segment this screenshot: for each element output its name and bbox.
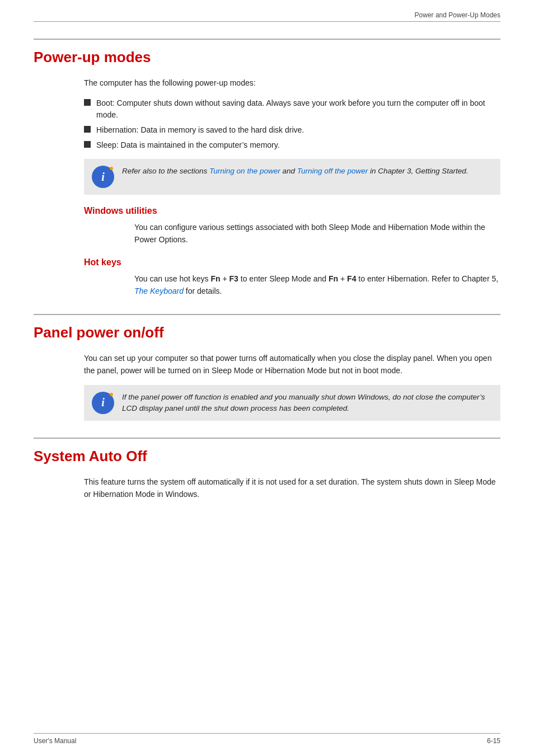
hotkey-f4: F4	[347, 274, 356, 283]
power-up-intro: The computer has the following power-up …	[84, 77, 500, 90]
infobox-link1[interactable]: Turning on the power	[209, 167, 280, 175]
subsection-windows-utilities: Windows utilities You can configure vari…	[34, 206, 500, 246]
info-icon-2	[92, 392, 114, 414]
section-power-up-modes: Power-up modes The computer has the foll…	[34, 39, 500, 297]
subsection-title-hotkeys: Hot keys	[84, 257, 500, 267]
section-system-auto-off: System Auto Off This feature turns the s…	[34, 438, 500, 500]
section-title-power-up: Power-up modes	[34, 49, 500, 67]
hotkey-fn1: Fn	[210, 274, 220, 283]
list-item: Boot: Computer shuts down without saving…	[84, 97, 500, 121]
section-title-auto-off: System Auto Off	[34, 448, 500, 466]
list-item: Hibernation: Data in memory is saved to …	[84, 124, 500, 137]
section-title-panel: Panel power on/off	[34, 324, 500, 342]
page-header: Power and Power-Up Modes	[34, 11, 500, 22]
infobox-panel-power: If the panel power off function is enabl…	[84, 385, 500, 421]
hotkey-fn2: Fn	[329, 274, 338, 283]
subsection-title-windows: Windows utilities	[84, 206, 500, 216]
info-icon-circle-2	[92, 392, 114, 414]
page-header-text: Power and Power-Up Modes	[415, 11, 500, 19]
list-item: Sleep: Data is maintained in the compute…	[84, 139, 500, 152]
info-icon	[92, 166, 114, 188]
infobox-panel-text: If the panel power off function is enabl…	[122, 392, 493, 415]
hotkey-f3: F3	[229, 274, 238, 283]
system-auto-off-content: This feature turns the system off automa…	[84, 476, 500, 500]
infobox-text: Refer also to the sections Turning on th…	[122, 166, 469, 177]
infobox-power-up: Refer also to the sections Turning on th…	[84, 159, 500, 195]
bullet-icon	[84, 99, 91, 106]
info-icon-dot	[110, 167, 113, 170]
footer-left: User's Manual	[34, 737, 76, 745]
keyboard-link[interactable]: The Keyboard	[134, 287, 184, 295]
power-up-bullet-list: Boot: Computer shuts down without saving…	[84, 97, 500, 152]
bullet-icon	[84, 141, 91, 148]
info-icon-circle	[92, 166, 114, 188]
section-panel-power: Panel power on/off You can set up your c…	[34, 314, 500, 421]
info-icon-dot-2	[110, 393, 113, 396]
panel-power-content: You can set up your computer so that pow…	[84, 353, 500, 377]
subsection-hot-keys: Hot keys You can use hot keys Fn + F3 to…	[34, 257, 500, 297]
hot-keys-content: You can use hot keys Fn + F3 to enter Sl…	[134, 273, 500, 297]
windows-utilities-content: You can configure various settings assoc…	[134, 222, 500, 246]
page-footer: User's Manual 6-15	[34, 733, 500, 745]
infobox-link2[interactable]: Turning off the power	[297, 167, 368, 175]
bullet-icon	[84, 126, 91, 133]
footer-right: 6-15	[487, 737, 500, 745]
